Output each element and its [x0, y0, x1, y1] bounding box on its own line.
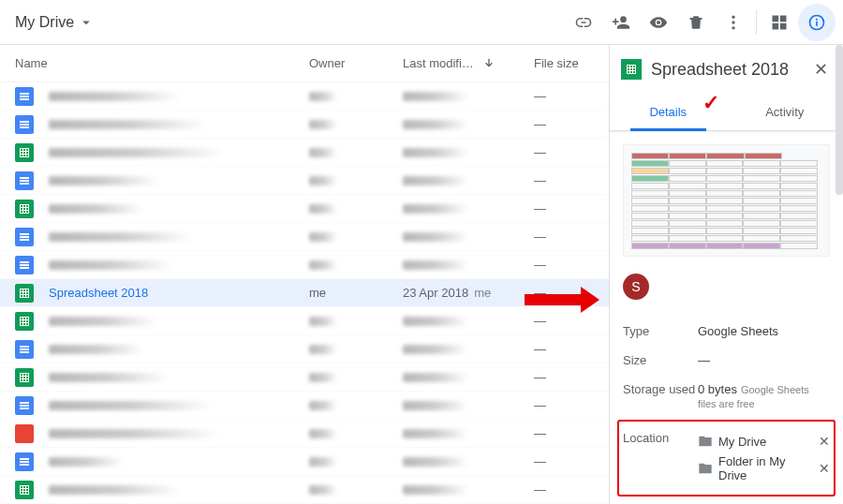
sheets-icon — [621, 59, 642, 80]
file-type-icon — [15, 200, 34, 218]
more-actions-button[interactable] — [715, 4, 752, 41]
file-row[interactable]: — — [0, 307, 609, 335]
file-row[interactable]: — — [0, 420, 609, 448]
file-type-icon — [15, 115, 34, 134]
file-type-icon — [15, 256, 34, 274]
file-row[interactable]: — — [0, 335, 609, 363]
file-type-icon — [15, 340, 34, 359]
file-type-icon — [15, 368, 34, 387]
annotation-arrow — [525, 294, 583, 305]
col-owner[interactable]: Owner — [309, 56, 403, 70]
file-type-icon — [15, 87, 34, 106]
file-list: Name Owner Last modifi… File size ——————… — [0, 45, 609, 504]
svg-point-2 — [732, 26, 734, 29]
file-row[interactable]: — — [0, 251, 609, 279]
file-type-icon — [15, 396, 34, 415]
file-row[interactable]: — — [0, 111, 609, 139]
file-row[interactable]: — — [0, 392, 609, 420]
col-modified[interactable]: Last modifi… — [403, 56, 534, 71]
svg-point-1 — [732, 21, 734, 23]
file-row[interactable]: — — [0, 223, 609, 251]
file-name: Spreadsheet 2018 — [49, 286, 309, 300]
file-thumbnail[interactable] — [623, 144, 830, 257]
info-icon — [807, 13, 826, 32]
breadcrumb[interactable]: My Drive — [7, 8, 102, 37]
file-type-icon — [15, 171, 34, 190]
col-size[interactable]: File size — [534, 56, 609, 70]
details-panel: Spreadsheet 2018 ✕ Details Activity — [609, 45, 843, 504]
scrollbar[interactable] — [836, 45, 843, 195]
chevron-down-icon — [78, 14, 95, 31]
svg-rect-5 — [816, 21, 818, 25]
get-link-button[interactable] — [565, 4, 602, 41]
meta-location-label: Location — [623, 431, 698, 445]
file-row[interactable]: — — [0, 82, 609, 111]
folder-icon — [698, 461, 713, 476]
remove-location-button[interactable]: ✕ — [819, 461, 830, 476]
location-item[interactable]: Folder in My Drive✕ — [698, 452, 830, 485]
list-header: Name Owner Last modifi… File size — [0, 45, 609, 82]
file-row[interactable]: — — [0, 448, 609, 476]
view-toggle-button[interactable] — [761, 4, 798, 41]
file-type-icon — [15, 312, 34, 331]
meta-size-value: — — [698, 353, 830, 367]
breadcrumb-label: My Drive — [15, 14, 74, 31]
meta-type-label: Type — [623, 324, 698, 338]
grid-icon — [770, 13, 789, 32]
panel-title: Spreadsheet 2018 — [651, 60, 801, 80]
col-name[interactable]: Name — [15, 56, 309, 70]
person-add-icon — [612, 13, 630, 32]
svg-point-0 — [732, 15, 734, 18]
close-panel-button[interactable]: ✕ — [810, 55, 832, 83]
file-row[interactable]: — — [0, 476, 609, 504]
file-type-icon — [15, 424, 34, 443]
info-button[interactable] — [798, 4, 836, 41]
meta-size-label: Size — [623, 353, 698, 367]
folder-icon — [698, 434, 713, 449]
tab-activity[interactable]: Activity — [727, 94, 844, 130]
file-modified: 23 Apr 2018me — [403, 286, 534, 300]
eye-icon — [649, 13, 668, 32]
svg-point-4 — [816, 18, 818, 20]
file-row[interactable]: — — [0, 139, 609, 167]
location-highlight: Location My Drive✕Folder in My Drive✕ — [617, 420, 836, 497]
delete-button[interactable] — [677, 4, 715, 41]
sheets-icon — [15, 284, 34, 303]
preview-button[interactable] — [640, 4, 677, 41]
file-type-icon — [15, 481, 34, 499]
annotation-checkmark: ✓ — [702, 91, 719, 115]
file-type-icon — [15, 228, 34, 246]
meta-type-value: Google Sheets — [698, 324, 830, 338]
share-button[interactable] — [602, 4, 640, 41]
link-icon — [574, 13, 593, 32]
file-type-icon — [15, 143, 34, 162]
meta-storage-value: 0 bytesGoogle Sheets files are free — [698, 382, 830, 410]
toolbar: My Drive — [0, 0, 843, 45]
owner-avatar: S — [623, 274, 649, 300]
file-type-icon — [15, 452, 34, 471]
file-row[interactable]: — — [0, 195, 609, 223]
location-item[interactable]: My Drive✕ — [698, 431, 830, 452]
arrow-down-icon — [481, 56, 496, 71]
trash-icon — [687, 13, 705, 32]
remove-location-button[interactable]: ✕ — [819, 434, 830, 449]
file-owner: me — [309, 286, 403, 300]
file-row[interactable]: — — [0, 167, 609, 195]
meta-storage-label: Storage used — [623, 382, 698, 410]
file-row[interactable]: — — [0, 363, 609, 392]
file-row-selected[interactable]: Spreadsheet 2018 me 23 Apr 2018me — — [0, 279, 609, 307]
more-vert-icon — [724, 13, 743, 32]
